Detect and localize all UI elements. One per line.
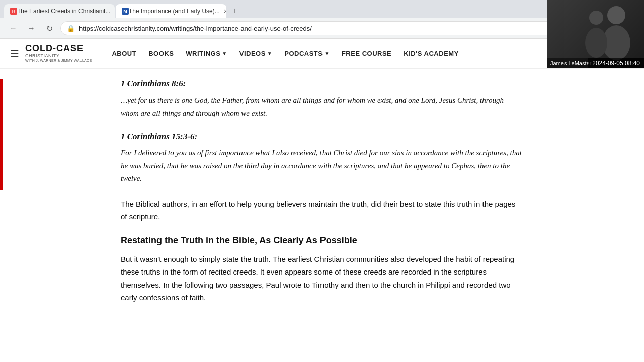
svg-point-3	[585, 28, 607, 58]
scripture2-heading: 1 Corinthians 15:3-6:	[121, 132, 523, 142]
content-inner: 1 Corinthians 8:6: …yet for us there is …	[106, 79, 538, 304]
videos-chevron: ▼	[267, 51, 272, 56]
address-text: https://coldcasechristianity.com/writing…	[79, 25, 312, 32]
nav-about[interactable]: ABOUT	[107, 39, 141, 69]
content-area: 1 Corinthians 8:6: …yet for us there is …	[0, 69, 644, 362]
video-overlay: James LeMaster 2024-09-05 08:40	[547, 0, 644, 68]
tab1-label: The Earliest Creeds in Christianit...	[17, 8, 110, 15]
podcasts-chevron: ▼	[324, 51, 329, 56]
tab2-close[interactable]: ×	[224, 7, 226, 15]
tab2-label: The Importance (and Early Use)...	[129, 8, 220, 15]
secure-icon: 🔒	[67, 25, 75, 32]
nav-podcasts[interactable]: PODCASTS ▼	[279, 39, 335, 69]
tab-2[interactable]: M The Importance (and Early Use)... ×	[116, 4, 226, 18]
svg-point-0	[607, 6, 625, 24]
tab-1[interactable]: R The Earliest Creeds in Christianit... …	[4, 4, 115, 18]
person-silhouette	[584, 3, 634, 63]
back-button[interactable]: ←	[6, 21, 20, 35]
scripture2-text: For I delivered to you as of first impor…	[121, 147, 523, 186]
site-logo: COLD-CASE CHRISTIANITY WITH J. WARNER & …	[25, 44, 92, 64]
section-heading: Restating the Truth in the Bible, As Cle…	[121, 235, 523, 246]
body-paragraph: The Biblical authors, in an effort to he…	[121, 198, 523, 223]
tab2-favicon: M	[122, 8, 129, 15]
nav-writings[interactable]: WRITINGS ▼	[181, 39, 232, 69]
new-tab-button[interactable]: +	[227, 4, 242, 18]
timestamp: 2024-09-05 08:40	[588, 58, 644, 68]
nav-kids-academy[interactable]: KID'S ACADEMY	[398, 39, 464, 69]
hamburger-menu[interactable]: ☰	[10, 48, 19, 60]
scripture1-text: …yet for us there is one God, the Father…	[121, 94, 523, 120]
writings-chevron: ▼	[222, 51, 227, 56]
scripture1-heading: 1 Corinthians 8:6:	[121, 79, 523, 89]
tab1-close[interactable]: ×	[114, 7, 115, 15]
nav-links: ABOUT BOOKS WRITINGS ▼ VIDEOS ▼ PODCASTS…	[107, 39, 463, 69]
forward-button[interactable]: →	[24, 21, 38, 35]
logo-subtitle: CHRISTIANITY WITH J. WARNER & JIMMY WALL…	[25, 54, 92, 64]
nav-free-course[interactable]: FREE COURSE	[337, 39, 396, 69]
reload-button[interactable]: ↻	[42, 21, 56, 35]
section-body: But it wasn't enough to simply state the…	[121, 253, 523, 304]
tab1-favicon: R	[10, 8, 17, 15]
nav-videos[interactable]: VIDEOS ▼	[234, 39, 278, 69]
nav-books[interactable]: BOOKS	[143, 39, 179, 69]
left-accent-bar	[0, 79, 3, 190]
svg-point-2	[589, 11, 603, 25]
